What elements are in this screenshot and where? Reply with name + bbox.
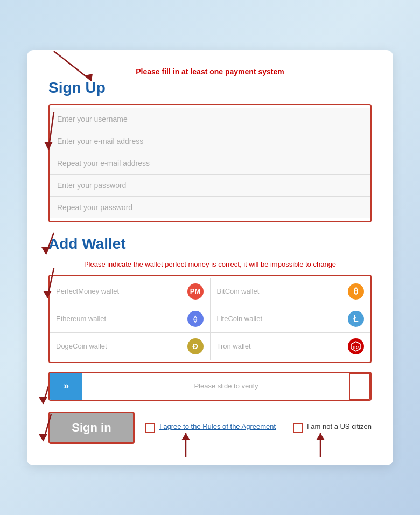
- password-repeat-input[interactable]: [50, 197, 370, 218]
- wallet-section-title: Add Wallet: [48, 235, 372, 253]
- svg-marker-11: [39, 397, 47, 404]
- svg-marker-15: [181, 433, 190, 440]
- ltc-wallet-input[interactable]: [217, 315, 346, 323]
- arrow-agreement-decoration: [172, 428, 199, 460]
- ltc-icon: Ł: [348, 311, 364, 327]
- citizen-checkbox[interactable]: [293, 423, 303, 433]
- arrow-signin-decoration: [32, 412, 59, 449]
- svg-marker-3: [44, 142, 53, 150]
- slider-button[interactable]: »: [50, 373, 82, 400]
- username-input[interactable]: [50, 108, 370, 130]
- svg-line-0: [54, 51, 92, 81]
- trx-wallet-cell: TRX: [211, 333, 371, 360]
- slider-handle[interactable]: [349, 373, 370, 400]
- eth-wallet-input[interactable]: [56, 315, 185, 323]
- arrow-top-decoration: [38, 46, 113, 89]
- sign-in-button[interactable]: Sign in: [48, 412, 135, 444]
- password-input[interactable]: [50, 175, 370, 197]
- btc-wallet-input[interactable]: [217, 287, 346, 295]
- pm-wallet-cell: PM: [50, 278, 211, 305]
- svg-marker-13: [39, 434, 47, 441]
- arrow-citizen-decoration: [307, 428, 334, 460]
- eth-wallet-cell: ⟠: [50, 305, 211, 332]
- agreement-group: I agree to the Rules of the Agreement: [145, 422, 282, 433]
- slider-chevron-icon: »: [64, 380, 68, 392]
- wallet-row-3: Ð TRX: [50, 333, 370, 360]
- doge-wallet-input[interactable]: [56, 342, 185, 350]
- signup-card: Please fill in at least one payment syst…: [27, 50, 393, 465]
- btc-wallet-cell: ₿: [211, 278, 371, 305]
- svg-marker-17: [316, 433, 325, 440]
- btc-icon: ₿: [348, 283, 364, 300]
- doge-wallet-cell: Ð: [50, 333, 211, 360]
- email-input[interactable]: [50, 130, 370, 152]
- pm-wallet-input[interactable]: [56, 287, 185, 295]
- wallet-row-2: ⟠ Ł: [50, 305, 370, 333]
- eth-icon: ⟠: [187, 311, 204, 327]
- trx-icon: TRX: [348, 338, 364, 354]
- wallet-row-1: PM ₿: [50, 278, 370, 305]
- ltc-wallet-cell: Ł: [211, 305, 371, 332]
- trx-wallet-input[interactable]: [217, 342, 346, 350]
- email-repeat-input[interactable]: [50, 152, 370, 175]
- slider-label: Please slide to verify: [194, 382, 258, 390]
- arrow-form-decoration: [32, 109, 65, 163]
- signup-form-box: [48, 104, 372, 222]
- doge-icon: Ð: [187, 338, 204, 354]
- svg-text:TRX: TRX: [352, 345, 360, 349]
- arrow-wallet-section-decoration: [32, 230, 65, 262]
- agreement-checkbox[interactable]: [145, 423, 155, 433]
- pm-icon: PM: [187, 283, 204, 300]
- slider-container: » Please slide to verify →: [48, 372, 372, 401]
- slider-track[interactable]: Please slide to verify →: [82, 373, 370, 400]
- svg-marker-5: [41, 247, 50, 254]
- wallet-grid: PM ₿ ⟠ Ł Ð: [48, 275, 372, 363]
- wallet-warning-text: Please indicate the wallet perfect money…: [48, 260, 372, 268]
